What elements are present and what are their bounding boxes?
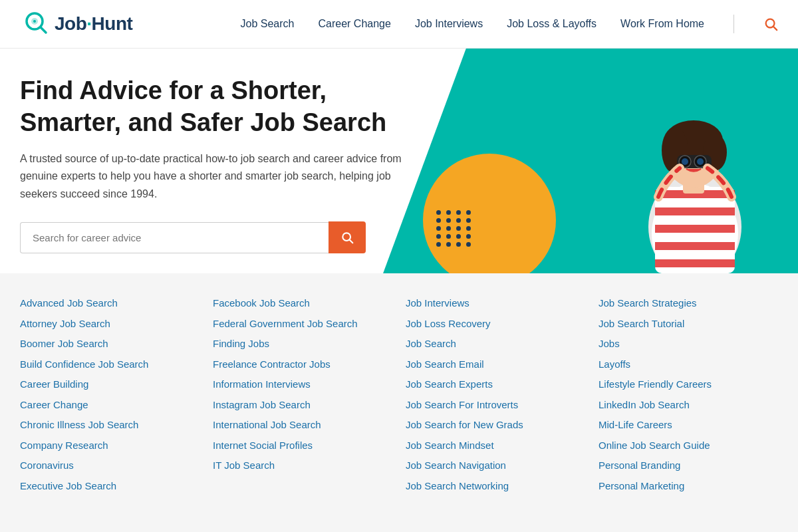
category-link[interactable]: Job Search for New Grads [406,415,585,436]
category-link[interactable]: Coronavirus [20,456,200,476]
svg-line-3 [41,27,46,33]
category-link[interactable]: Job Search [406,334,585,354]
hero-title: Find Advice for a Shorter,Smarter, and S… [20,75,437,138]
search-bar [20,221,366,253]
category-link[interactable]: Online Job Search Guide [598,436,778,456]
category-link[interactable]: Jobs [598,334,778,354]
nav-item-job-search[interactable]: Job Search [241,18,295,30]
category-link[interactable]: Executive Job Search [20,476,200,497]
category-link[interactable]: Information Interviews [213,374,392,395]
hero-section: Find Advice for a Shorter,Smarter, and S… [0,49,798,273]
category-link[interactable]: LinkedIn Job Search [598,395,778,416]
category-link[interactable]: Job Search For Introverts [406,395,585,416]
category-column-1: Advanced Job SearchAttorney Job SearchBo… [20,293,200,496]
category-link[interactable]: Company Research [20,436,200,456]
nav-item-job-loss[interactable]: Job Loss & Layoffs [507,18,597,30]
logo-text: Job·Hunt [55,13,132,35]
category-link[interactable]: Lifestyle Friendly Careers [598,374,778,395]
category-column-3: Job InterviewsJob Loss RecoveryJob Searc… [406,293,585,496]
category-link[interactable]: Job Search Experts [406,374,585,395]
nav-item-job-interviews[interactable]: Job Interviews [415,18,483,30]
category-link[interactable]: Attorney Job Search [20,314,200,334]
category-link[interactable]: Layoffs [598,354,778,375]
hero-subtitle: A trusted source of up-to-date practical… [20,150,406,203]
category-link[interactable]: Mid-Life Careers [598,415,778,436]
svg-point-26 [682,158,688,165]
search-button-icon [340,231,354,244]
search-input[interactable] [20,222,329,253]
category-link[interactable]: International Job Search [213,415,392,436]
hero-content: Find Advice for a Shorter,Smarter, and S… [20,75,437,253]
hero-person-illustration [572,80,798,273]
category-link[interactable]: Job Search Email [406,354,585,375]
category-link[interactable]: Federal Government Job Search [213,314,392,334]
site-header: Job·Hunt Job Search Career Change Job In… [0,0,798,49]
svg-line-5 [773,27,777,30]
category-link[interactable]: Personal Marketing [598,476,778,497]
svg-point-27 [697,158,704,165]
search-icon [763,17,778,31]
nav-item-career-change[interactable]: Career Change [318,18,390,30]
nav-item-work-from-home[interactable]: Work From Home [620,18,704,30]
category-link[interactable]: Job Search Networking [406,476,585,497]
category-link[interactable]: Job Search Tutorial [598,314,778,334]
categories-section: Advanced Job SearchAttorney Job SearchBo… [0,273,798,509]
category-link[interactable]: Job Search Navigation [406,456,585,476]
svg-rect-13 [655,225,735,233]
svg-rect-12 [655,207,735,215]
category-link[interactable]: IT Job Search [213,456,392,476]
category-link[interactable]: Boomer Job Search [20,334,200,354]
search-button[interactable] [329,221,366,253]
svg-line-7 [350,240,353,243]
category-link[interactable]: Career Change [20,395,200,416]
category-link[interactable]: Personal Branding [598,456,778,476]
hero-dots-pattern [436,210,473,247]
category-link[interactable]: Job Search Strategies [598,293,778,314]
svg-rect-15 [655,259,735,267]
category-link[interactable]: Chronic Illness Job Search [20,415,200,436]
logo-icon [20,8,52,40]
hero-image-area [383,49,798,273]
svg-point-2 [33,20,36,23]
nav-divider [733,15,734,33]
category-link[interactable]: Facebook Job Search [213,293,392,314]
category-link[interactable]: Advanced Job Search [20,293,200,314]
category-link[interactable]: Internet Social Profiles [213,436,392,456]
category-link[interactable]: Job Interviews [406,293,585,314]
category-column-2: Facebook Job SearchFederal Government Jo… [213,293,392,496]
category-link[interactable]: Job Search Mindset [406,436,585,456]
category-link[interactable]: Build Confidence Job Search [20,354,200,375]
main-nav: Job Search Career Change Job Interviews … [241,15,778,33]
category-column-4: Job Search StrategiesJob Search Tutorial… [598,293,778,496]
category-link[interactable]: Finding Jobs [213,334,392,354]
categories-grid: Advanced Job SearchAttorney Job SearchBo… [20,293,778,496]
category-link[interactable]: Freelance Contractor Jobs [213,354,392,375]
category-link[interactable]: Instagram Job Search [213,395,392,416]
category-link[interactable]: Job Loss Recovery [406,314,585,334]
header-search-button[interactable] [763,17,778,31]
category-link[interactable]: Career Building [20,374,200,395]
logo-link[interactable]: Job·Hunt [20,8,132,40]
svg-rect-14 [655,242,735,250]
